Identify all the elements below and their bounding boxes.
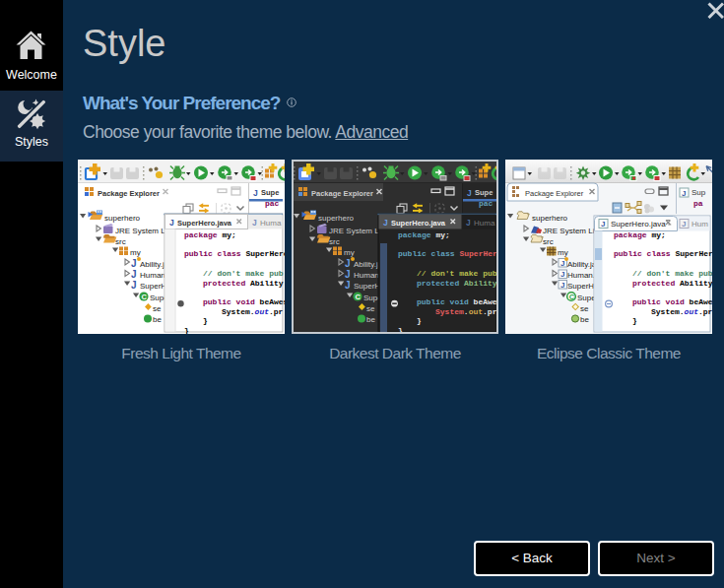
svg-text:my: my — [344, 248, 355, 257]
svg-text:Package Explorer: Package Explorer — [525, 189, 584, 198]
svg-text:public void beAwes: public void beAwes — [417, 297, 498, 306]
svg-text:JRE System Li: JRE System Li — [543, 227, 595, 235]
svg-text:se: se — [153, 304, 162, 313]
svg-text:be: be — [366, 315, 375, 324]
svg-text:J: J — [560, 270, 564, 279]
svg-text:my: my — [558, 248, 568, 257]
svg-text:J: J — [131, 280, 137, 291]
svg-text:J: J — [560, 259, 564, 268]
svg-text:protected Ability: protected Ability — [203, 279, 284, 288]
svg-text:pa: pa — [693, 199, 703, 208]
svg-text:package my;: package my; — [398, 230, 450, 239]
svg-text:public class SuperHero: public class SuperHero — [614, 249, 712, 258]
svg-text:superhero: superhero — [532, 214, 568, 223]
svg-text:J: J — [345, 269, 351, 280]
svg-text:// don't make pub: // don't make pub — [417, 269, 497, 278]
svg-text:}: } — [203, 316, 208, 325]
svg-text:JRE System Li: JRE System Li — [115, 227, 167, 235]
svg-text:se: se — [366, 304, 375, 313]
svg-text:J: J — [253, 188, 258, 198]
svg-text:Ability.ja: Ability.ja — [567, 260, 597, 269]
svg-text:Hum: Hum — [691, 220, 708, 229]
svg-text:superhero: superhero — [104, 214, 141, 223]
svg-text:System.out.pri: System.out.pri — [651, 307, 712, 316]
svg-text:Package Explorer: Package Explorer — [98, 189, 160, 198]
svg-text:src: src — [115, 237, 126, 246]
svg-text:public class SuperHero: public class SuperHero — [398, 249, 498, 258]
svg-text:System.out.pr: System.out.pr — [435, 307, 497, 316]
svg-text:be: be — [580, 315, 589, 324]
svg-text:src: src — [543, 237, 554, 246]
svg-text:J: J — [682, 189, 686, 198]
svg-text:SuperHero.java: SuperHero.java — [611, 220, 666, 229]
svg-text:Human.j: Human.j — [567, 271, 597, 280]
svg-text:package my;: package my; — [614, 230, 666, 239]
svg-text:Supe: Supe — [577, 294, 596, 302]
svg-text:J: J — [131, 269, 137, 280]
svg-text:public void beAwes: public void beAwes — [632, 297, 712, 306]
svg-text:protected Ability: protected Ability — [417, 279, 497, 288]
svg-text:J: J — [682, 220, 686, 229]
svg-text:// don't make pub: // don't make pub — [632, 269, 712, 278]
svg-text:Supe: Supe — [261, 188, 279, 197]
svg-text:J: J — [601, 220, 605, 229]
svg-text:Huma: Huma — [260, 219, 282, 228]
svg-text:be: be — [153, 315, 162, 324]
svg-text:superhero: superhero — [318, 214, 355, 223]
svg-text:J: J — [383, 218, 388, 228]
svg-text:package my;: package my; — [184, 230, 236, 239]
svg-text:// don't make pub: // don't make pub — [203, 269, 284, 278]
svg-text:C: C — [142, 293, 148, 301]
svg-text:pac: pac — [479, 199, 494, 208]
svg-text:J: J — [131, 258, 137, 269]
svg-text:pac: pac — [265, 199, 280, 208]
svg-text:Sup: Sup — [691, 188, 706, 197]
svg-text:src: src — [329, 237, 340, 246]
svg-text:C: C — [356, 293, 362, 301]
svg-text:J: J — [560, 281, 564, 290]
svg-text:se: se — [580, 304, 589, 313]
svg-text:my: my — [130, 248, 141, 257]
svg-text:Supe: Supe — [475, 188, 493, 197]
svg-text:SuperHero.java: SuperHero.java — [177, 219, 232, 228]
svg-text:C: C — [569, 293, 575, 301]
svg-text:J: J — [252, 218, 257, 228]
svg-text:SuperHero.java: SuperHero.java — [391, 219, 446, 228]
svg-text:}: } — [417, 316, 422, 325]
svg-text:protected Ability: protected Ability — [632, 279, 712, 288]
svg-text:J: J — [466, 218, 471, 228]
svg-text:J: J — [169, 218, 174, 228]
svg-text:J: J — [467, 188, 472, 198]
svg-text:Package Explorer: Package Explorer — [311, 189, 373, 198]
svg-text:public class SuperHero: public class SuperHero — [184, 249, 285, 258]
svg-text:}: } — [184, 326, 189, 335]
svg-text:JRE System Li: JRE System Li — [329, 227, 381, 235]
svg-text:System.out.pr: System.out.pr — [222, 307, 284, 316]
svg-text:public void beAwes: public void beAwes — [203, 297, 285, 306]
svg-text:Huma: Huma — [474, 219, 495, 228]
svg-text:J: J — [345, 258, 351, 269]
svg-text:J: J — [345, 280, 351, 291]
svg-text:}: } — [632, 316, 637, 325]
